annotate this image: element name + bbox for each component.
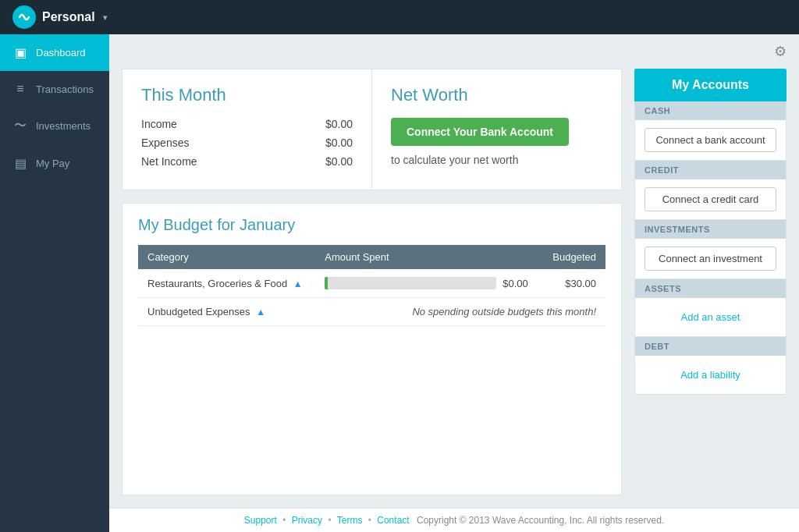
footer-link-contact[interactable]: Contact xyxy=(377,515,409,526)
net-income-label: Net Income xyxy=(141,155,197,168)
net-income-row: Net Income $0.00 xyxy=(141,155,353,168)
table-row: Unbudgeted Expenses ▲ No spending outsid… xyxy=(138,298,605,326)
credit-section-header: CREDIT xyxy=(635,161,786,179)
dashboard-icon: ▣ xyxy=(12,45,28,60)
col-category: Category xyxy=(138,245,315,269)
sidebar-label-investments: Investments xyxy=(36,120,91,132)
content-area: ⚙ This Month Income $0.00 Expenses xyxy=(109,34,799,532)
footer-link-terms[interactable]: Terms xyxy=(337,515,363,526)
net-worth-title: Net Worth xyxy=(391,85,468,105)
connect-credit-card-button[interactable]: Connect a credit card xyxy=(645,187,776,211)
budget-bar-background xyxy=(325,277,496,289)
sidebar-label-transactions: Transactions xyxy=(36,83,94,95)
net-worth-subtitle: to calculate your net worth xyxy=(391,154,518,166)
top-navigation: Personal ▾ xyxy=(0,0,799,34)
budget-bar-fill xyxy=(325,277,328,289)
main-layout: ▣ Dashboard ≡ Transactions 〜 Investments… xyxy=(0,34,799,532)
sidebar-label-mypay: My Pay xyxy=(36,158,69,169)
budget-bar-cell: $0.00 xyxy=(325,277,532,289)
app-name: Personal xyxy=(42,10,95,24)
sidebar-item-investments[interactable]: 〜 Investments xyxy=(0,107,109,145)
row2-category: Unbudgeted Expenses ▲ xyxy=(138,298,315,326)
debt-section: DEBT Add a liability xyxy=(634,337,787,395)
left-panel: This Month Income $0.00 Expenses $0.00 N… xyxy=(122,69,622,495)
add-asset-button[interactable]: Add an asset xyxy=(645,306,776,328)
this-month-card: This Month Income $0.00 Expenses $0.00 N… xyxy=(123,69,372,190)
logo-icon xyxy=(12,5,36,29)
debt-section-body: Add a liability xyxy=(635,356,786,394)
dropdown-arrow-icon[interactable]: ▾ xyxy=(103,13,107,22)
budget-section: My Budget for January Category Amount Sp… xyxy=(122,203,622,495)
up-arrow-icon: ▲ xyxy=(256,307,265,317)
investments-icon: 〜 xyxy=(12,118,28,134)
footer-link-support[interactable]: Support xyxy=(244,515,277,526)
sidebar-label-dashboard: Dashboard xyxy=(36,47,86,59)
row1-category: Restaurants, Groceries & Food ▲ xyxy=(138,269,315,298)
credit-section: CREDIT Connect a credit card xyxy=(634,161,787,220)
add-liability-button[interactable]: Add a liability xyxy=(645,364,776,386)
footer: Support • Privacy • Terms • Contact Copy… xyxy=(109,508,799,532)
settings-button[interactable]: ⚙ xyxy=(774,43,787,60)
cash-section-body: Connect a bank account xyxy=(635,120,786,160)
assets-section: ASSETS Add an asset xyxy=(634,279,787,337)
sidebar-item-mypay[interactable]: ▤ My Pay xyxy=(0,145,109,182)
expenses-row: Expenses $0.00 xyxy=(141,137,353,149)
assets-section-body: Add an asset xyxy=(635,298,786,336)
main-content: This Month Income $0.00 Expenses $0.00 N… xyxy=(109,69,799,508)
budget-title: My Budget for January xyxy=(138,216,605,234)
expenses-label: Expenses xyxy=(141,137,189,149)
sidebar-item-transactions[interactable]: ≡ Transactions xyxy=(0,71,109,107)
top-cards: This Month Income $0.00 Expenses $0.00 N… xyxy=(122,69,622,190)
net-income-value: $0.00 xyxy=(325,155,353,168)
credit-section-body: Connect a credit card xyxy=(635,179,786,219)
debt-section-header: DEBT xyxy=(635,337,786,356)
row1-amount: $0.00 xyxy=(315,269,542,298)
income-row: Income $0.00 xyxy=(141,118,353,130)
row1-amount-value: $0.00 xyxy=(502,278,528,289)
my-accounts-header: My Accounts xyxy=(634,69,787,101)
investments-section-body: Connect an investment xyxy=(635,239,786,278)
budget-table-header: Category Amount Spent Budgeted xyxy=(138,245,605,269)
net-worth-card: Net Worth Connect Your Bank Account to c… xyxy=(372,69,621,190)
up-arrow-icon: ▲ xyxy=(293,278,303,289)
sidebar: ▣ Dashboard ≡ Transactions 〜 Investments… xyxy=(0,34,109,532)
cash-section-header: CASH xyxy=(635,101,786,120)
app-logo[interactable]: Personal ▾ xyxy=(12,5,107,29)
table-row: Restaurants, Groceries & Food ▲ $0.00 xyxy=(138,269,605,298)
connect-bank-account-button[interactable]: Connect a bank account xyxy=(645,128,776,152)
income-value: $0.00 xyxy=(325,118,353,130)
col-amount: Amount Spent xyxy=(315,245,542,269)
connect-investment-button[interactable]: Connect an investment xyxy=(645,246,776,271)
connect-bank-button[interactable]: Connect Your Bank Account xyxy=(391,118,569,146)
footer-copyright: Copyright © 2013 Wave Accounting, Inc. A… xyxy=(417,515,664,526)
sidebar-item-dashboard[interactable]: ▣ Dashboard xyxy=(0,34,109,71)
transactions-icon: ≡ xyxy=(12,82,28,96)
row2-no-spending: No spending outside budgets this month! xyxy=(315,298,605,326)
budget-table: Category Amount Spent Budgeted Restauran… xyxy=(138,245,605,326)
assets-section-header: ASSETS xyxy=(635,279,786,298)
row1-budgeted: $30.00 xyxy=(542,269,605,298)
investments-section-header: INVESTMENTS xyxy=(635,220,786,239)
expenses-value: $0.00 xyxy=(325,137,353,149)
col-budgeted: Budgeted xyxy=(542,245,605,269)
right-panel: My Accounts CASH Connect a bank account … xyxy=(634,69,787,495)
mypay-icon: ▤ xyxy=(12,156,28,171)
investments-section: INVESTMENTS Connect an investment xyxy=(634,220,787,279)
content-topbar: ⚙ xyxy=(109,34,799,69)
footer-link-privacy[interactable]: Privacy xyxy=(292,515,322,526)
this-month-title: This Month xyxy=(141,85,353,105)
cash-section: CASH Connect a bank account xyxy=(634,101,787,161)
income-label: Income xyxy=(141,118,177,130)
